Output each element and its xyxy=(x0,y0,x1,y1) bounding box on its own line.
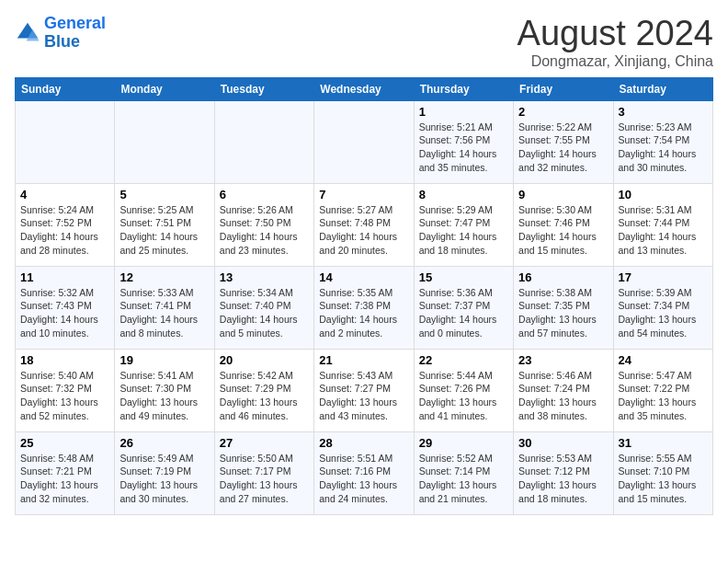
day-number: 20 xyxy=(220,353,309,367)
title-area: August 2024 Dongmazar, Xinjiang, China xyxy=(518,15,713,70)
day-number: 17 xyxy=(619,270,708,284)
day-info: Sunrise: 5:40 AM Sunset: 7:32 PM Dayligh… xyxy=(20,369,109,423)
day-info: Sunrise: 5:49 AM Sunset: 7:19 PM Dayligh… xyxy=(119,452,209,506)
day-number: 4 xyxy=(20,188,109,201)
day-number: 14 xyxy=(319,270,408,284)
day-info: Sunrise: 5:46 AM Sunset: 7:24 PM Dayligh… xyxy=(518,369,608,423)
day-info: Sunrise: 5:30 AM Sunset: 7:46 PM Dayligh… xyxy=(518,203,608,258)
calendar-week-4: 18Sunrise: 5:40 AM Sunset: 7:32 PM Dayli… xyxy=(16,349,713,431)
calendar-cell: 9Sunrise: 5:30 AM Sunset: 7:46 PM Daylig… xyxy=(514,183,613,266)
day-info: Sunrise: 5:26 AM Sunset: 7:50 PM Dayligh… xyxy=(220,203,309,258)
day-info: Sunrise: 5:29 AM Sunset: 7:47 PM Dayligh… xyxy=(419,203,508,258)
day-info: Sunrise: 5:22 AM Sunset: 7:55 PM Dayligh… xyxy=(518,121,608,175)
calendar-cell xyxy=(314,100,414,183)
calendar-cell: 22Sunrise: 5:44 AM Sunset: 7:26 PM Dayli… xyxy=(414,349,513,431)
calendar-cell xyxy=(16,100,115,183)
calendar-cell: 21Sunrise: 5:43 AM Sunset: 7:27 PM Dayli… xyxy=(314,349,414,431)
day-number: 2 xyxy=(518,105,608,119)
day-info: Sunrise: 5:27 AM Sunset: 7:48 PM Dayligh… xyxy=(319,203,408,258)
calendar-cell: 24Sunrise: 5:47 AM Sunset: 7:22 PM Dayli… xyxy=(613,349,712,431)
calendar-cell: 11Sunrise: 5:32 AM Sunset: 7:43 PM Dayli… xyxy=(16,266,115,349)
calendar-cell xyxy=(115,100,214,183)
calendar-week-3: 11Sunrise: 5:32 AM Sunset: 7:43 PM Dayli… xyxy=(16,266,713,349)
day-info: Sunrise: 5:35 AM Sunset: 7:38 PM Dayligh… xyxy=(319,286,408,340)
logo-text: General Blue xyxy=(44,15,106,52)
day-info: Sunrise: 5:44 AM Sunset: 7:26 PM Dayligh… xyxy=(419,369,508,423)
day-info: Sunrise: 5:38 AM Sunset: 7:35 PM Dayligh… xyxy=(518,286,608,340)
calendar-cell: 31Sunrise: 5:55 AM Sunset: 7:10 PM Dayli… xyxy=(613,431,712,514)
day-number: 7 xyxy=(319,188,408,201)
calendar-body: 1Sunrise: 5:21 AM Sunset: 7:56 PM Daylig… xyxy=(16,100,713,514)
calendar-cell: 27Sunrise: 5:50 AM Sunset: 7:17 PM Dayli… xyxy=(214,431,313,514)
day-info: Sunrise: 5:21 AM Sunset: 7:56 PM Dayligh… xyxy=(419,121,508,175)
day-number: 21 xyxy=(319,353,408,367)
calendar-cell: 6Sunrise: 5:26 AM Sunset: 7:50 PM Daylig… xyxy=(214,183,313,266)
day-number: 27 xyxy=(220,436,309,450)
logo-blue: Blue xyxy=(44,32,80,51)
day-number: 24 xyxy=(619,353,708,367)
calendar-cell: 23Sunrise: 5:46 AM Sunset: 7:24 PM Dayli… xyxy=(514,349,613,431)
calendar-cell: 19Sunrise: 5:41 AM Sunset: 7:30 PM Dayli… xyxy=(115,349,214,431)
day-number: 30 xyxy=(518,436,608,450)
day-number: 31 xyxy=(619,436,708,450)
calendar-table: SundayMondayTuesdayWednesdayThursdayFrid… xyxy=(15,77,713,515)
calendar-cell: 29Sunrise: 5:52 AM Sunset: 7:14 PM Dayli… xyxy=(414,431,513,514)
day-number: 12 xyxy=(119,270,209,284)
day-number: 5 xyxy=(119,188,209,201)
day-info: Sunrise: 5:33 AM Sunset: 7:41 PM Dayligh… xyxy=(119,286,209,340)
calendar-cell: 12Sunrise: 5:33 AM Sunset: 7:41 PM Dayli… xyxy=(115,266,214,349)
day-number: 9 xyxy=(518,188,608,201)
logo-icon xyxy=(15,20,40,46)
weekday-header-sunday: Sunday xyxy=(16,77,115,100)
day-number: 23 xyxy=(518,353,608,367)
calendar-cell: 25Sunrise: 5:48 AM Sunset: 7:21 PM Dayli… xyxy=(16,431,115,514)
weekday-header-wednesday: Wednesday xyxy=(314,77,414,100)
calendar-cell: 1Sunrise: 5:21 AM Sunset: 7:56 PM Daylig… xyxy=(414,100,513,183)
calendar-cell: 16Sunrise: 5:38 AM Sunset: 7:35 PM Dayli… xyxy=(514,266,613,349)
day-number: 6 xyxy=(220,188,309,201)
header: General Blue August 2024 Dongmazar, Xinj… xyxy=(15,15,713,70)
day-number: 22 xyxy=(419,353,508,367)
calendar-cell: 7Sunrise: 5:27 AM Sunset: 7:48 PM Daylig… xyxy=(314,183,414,266)
calendar-cell: 17Sunrise: 5:39 AM Sunset: 7:34 PM Dayli… xyxy=(613,266,712,349)
day-info: Sunrise: 5:34 AM Sunset: 7:40 PM Dayligh… xyxy=(220,286,309,340)
calendar-cell: 3Sunrise: 5:23 AM Sunset: 7:54 PM Daylig… xyxy=(613,100,712,183)
logo-general: General xyxy=(44,14,106,32)
header-row: SundayMondayTuesdayWednesdayThursdayFrid… xyxy=(16,77,713,100)
day-number: 25 xyxy=(20,436,109,450)
location-subtitle: Dongmazar, Xinjiang, China xyxy=(518,53,713,70)
day-info: Sunrise: 5:43 AM Sunset: 7:27 PM Dayligh… xyxy=(319,369,408,423)
day-info: Sunrise: 5:39 AM Sunset: 7:34 PM Dayligh… xyxy=(619,286,708,340)
day-info: Sunrise: 5:52 AM Sunset: 7:14 PM Dayligh… xyxy=(419,452,508,506)
day-number: 29 xyxy=(419,436,508,450)
day-info: Sunrise: 5:50 AM Sunset: 7:17 PM Dayligh… xyxy=(220,452,309,506)
calendar-cell xyxy=(214,100,313,183)
calendar-cell: 4Sunrise: 5:24 AM Sunset: 7:52 PM Daylig… xyxy=(16,183,115,266)
day-number: 28 xyxy=(319,436,408,450)
day-info: Sunrise: 5:41 AM Sunset: 7:30 PM Dayligh… xyxy=(119,369,209,423)
weekday-header-monday: Monday xyxy=(115,77,214,100)
day-number: 13 xyxy=(220,270,309,284)
calendar-cell: 18Sunrise: 5:40 AM Sunset: 7:32 PM Dayli… xyxy=(16,349,115,431)
calendar-cell: 2Sunrise: 5:22 AM Sunset: 7:55 PM Daylig… xyxy=(514,100,613,183)
day-info: Sunrise: 5:23 AM Sunset: 7:54 PM Dayligh… xyxy=(619,121,708,175)
day-number: 26 xyxy=(119,436,209,450)
calendar-week-5: 25Sunrise: 5:48 AM Sunset: 7:21 PM Dayli… xyxy=(16,431,713,514)
day-info: Sunrise: 5:53 AM Sunset: 7:12 PM Dayligh… xyxy=(518,452,608,506)
day-info: Sunrise: 5:25 AM Sunset: 7:51 PM Dayligh… xyxy=(119,203,209,258)
day-number: 3 xyxy=(619,105,708,119)
day-info: Sunrise: 5:36 AM Sunset: 7:37 PM Dayligh… xyxy=(419,286,508,340)
calendar-header: SundayMondayTuesdayWednesdayThursdayFrid… xyxy=(16,77,713,100)
weekday-header-thursday: Thursday xyxy=(414,77,513,100)
calendar-week-2: 4Sunrise: 5:24 AM Sunset: 7:52 PM Daylig… xyxy=(16,183,713,266)
day-number: 19 xyxy=(119,353,209,367)
calendar-cell: 8Sunrise: 5:29 AM Sunset: 7:47 PM Daylig… xyxy=(414,183,513,266)
day-number: 16 xyxy=(518,270,608,284)
calendar-cell: 5Sunrise: 5:25 AM Sunset: 7:51 PM Daylig… xyxy=(115,183,214,266)
calendar-week-1: 1Sunrise: 5:21 AM Sunset: 7:56 PM Daylig… xyxy=(16,100,713,183)
day-info: Sunrise: 5:48 AM Sunset: 7:21 PM Dayligh… xyxy=(20,452,109,506)
day-number: 11 xyxy=(20,270,109,284)
calendar-cell: 20Sunrise: 5:42 AM Sunset: 7:29 PM Dayli… xyxy=(214,349,313,431)
calendar-cell: 28Sunrise: 5:51 AM Sunset: 7:16 PM Dayli… xyxy=(314,431,414,514)
day-number: 10 xyxy=(619,188,708,201)
